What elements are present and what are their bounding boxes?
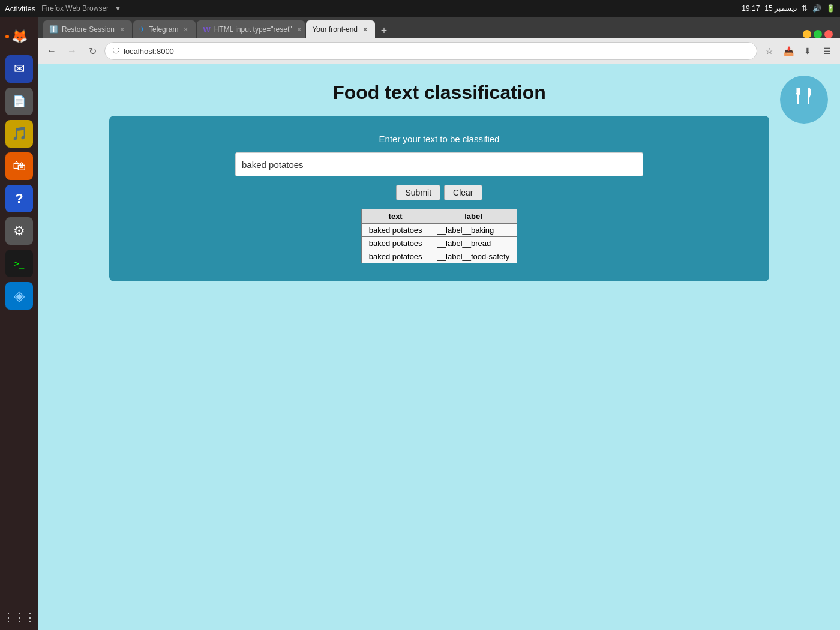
- form-label: Enter your text to be classified: [379, 134, 500, 144]
- activities-label[interactable]: Activities: [5, 4, 35, 13]
- page-title: Food text classification: [332, 82, 546, 104]
- vscode-icon[interactable]: ◈: [5, 282, 33, 310]
- topbar-dropdown-icon[interactable]: ▼: [115, 5, 121, 12]
- submit-button[interactable]: Submit: [396, 185, 440, 200]
- firefox-icon[interactable]: 🦊: [5, 23, 33, 50]
- svg-rect-3: [796, 93, 800, 94]
- appstore-icon[interactable]: 🛍: [5, 152, 33, 180]
- svg-rect-0: [797, 88, 799, 104]
- tab-html-close[interactable]: ✕: [295, 26, 303, 34]
- os-sidebar: 🦊 ✉ 📄 🎵 🛍 ? ⚙ >_ ◈ ⋮⋮⋮: [0, 17, 38, 630]
- address-bar[interactable]: 🛡 localhost:8000: [104, 42, 757, 60]
- tab-telegram-label: Telegram: [149, 25, 178, 34]
- close-button[interactable]: [824, 30, 833, 38]
- table-cell: baked potatoes: [361, 224, 430, 237]
- table-row: baked potatoes__label__food-safety: [361, 250, 517, 263]
- table-cell: baked potatoes: [361, 237, 430, 250]
- tab-frontend-label: Your front-end: [312, 25, 358, 34]
- grid-icon[interactable]: ⋮⋮⋮: [3, 611, 35, 624]
- tab-html-label: HTML input type="reset": [214, 25, 292, 34]
- svg-rect-4: [808, 88, 809, 104]
- col-header-label: label: [430, 209, 517, 224]
- sidebar-firefox-wrap: 🦊: [5, 23, 33, 50]
- food-icon: [780, 76, 828, 124]
- topbar-time: 19:17: [742, 4, 760, 13]
- table-cell: baked potatoes: [361, 250, 430, 263]
- topbar-battery-icon: 🔋: [826, 4, 835, 13]
- nav-bar: ← → ↻ 🛡 localhost:8000 ☆ 📥 ⬇ ☰: [38, 38, 840, 64]
- browser-chrome: ℹ️ Restore Session ✕ ✈ Telegram ✕ W HTML…: [38, 17, 840, 64]
- table-cell: __label__food-safety: [430, 250, 517, 263]
- mail-icon[interactable]: ✉: [5, 55, 33, 83]
- minimize-button[interactable]: [803, 30, 811, 38]
- form-buttons: Submit Clear: [396, 185, 482, 200]
- results-table: text label baked potatoes__label__baking…: [361, 209, 518, 263]
- menu-icon[interactable]: ☰: [818, 43, 835, 59]
- tab-telegram-close[interactable]: ✕: [182, 26, 190, 34]
- back-button[interactable]: ←: [43, 43, 60, 59]
- help-icon[interactable]: ?: [5, 185, 33, 212]
- tab-html-input[interactable]: W HTML input type="reset" ✕: [197, 20, 305, 38]
- nav-actions: ☆ 📥 ⬇ ☰: [761, 43, 835, 59]
- maximize-button[interactable]: [814, 30, 822, 38]
- tab-html-icon: W: [203, 25, 210, 34]
- settings-icon[interactable]: ⚙: [5, 217, 33, 245]
- security-icon: 🛡: [112, 47, 120, 56]
- tab-restore-icon: ℹ️: [49, 25, 58, 34]
- tab-telegram[interactable]: ✈ Telegram ✕: [133, 20, 196, 38]
- tab-telegram-icon: ✈: [139, 25, 145, 34]
- download-icon[interactable]: ⬇: [799, 43, 816, 59]
- tab-restore-close[interactable]: ✕: [118, 26, 126, 34]
- tab-restore-label: Restore Session: [62, 25, 115, 34]
- sidebar-bottom: ⋮⋮⋮: [3, 611, 35, 624]
- os-topbar: Activities Firefox Web Browser ▼ 19:17 1…: [0, 0, 840, 17]
- reload-button[interactable]: ↻: [84, 43, 101, 59]
- tab-bar: ℹ️ Restore Session ✕ ✈ Telegram ✕ W HTML…: [38, 17, 840, 38]
- main-content: Food text classification Enter your text…: [38, 64, 840, 281]
- browser-content: Food text classification Enter your text…: [38, 64, 840, 630]
- table-cell: __label__bread: [430, 237, 517, 250]
- tab-frontend-close[interactable]: ✕: [361, 26, 369, 34]
- music-icon[interactable]: 🎵: [5, 120, 33, 148]
- topbar-volume-icon[interactable]: 🔊: [812, 4, 821, 13]
- table-row: baked potatoes__label__baking: [361, 224, 517, 237]
- table-row: baked potatoes__label__bread: [361, 237, 517, 250]
- col-header-text: text: [361, 209, 430, 224]
- clear-button[interactable]: Clear: [444, 185, 482, 200]
- browser-window: ℹ️ Restore Session ✕ ✈ Telegram ✕ W HTML…: [38, 17, 840, 630]
- new-tab-button[interactable]: +: [376, 23, 392, 38]
- text-classification-input[interactable]: [235, 152, 643, 176]
- topbar-network-icon: ⇅: [802, 4, 808, 13]
- browser-name-label: Firefox Web Browser: [41, 4, 109, 13]
- tab-restore-session[interactable]: ℹ️ Restore Session ✕: [43, 20, 132, 38]
- form-container: Enter your text to be classified Submit …: [109, 116, 769, 281]
- table-cell: __label__baking: [430, 224, 517, 237]
- forward-button[interactable]: →: [64, 43, 80, 59]
- tab-frontend[interactable]: Your front-end ✕: [306, 20, 375, 38]
- files-icon[interactable]: 📄: [5, 88, 33, 115]
- address-url: localhost:8000: [124, 47, 174, 56]
- bookmark-icon[interactable]: ☆: [761, 43, 778, 59]
- topbar-date: 15 دیسمبر: [764, 4, 797, 13]
- pocket-icon[interactable]: 📥: [780, 43, 797, 59]
- terminal-icon[interactable]: >_: [5, 250, 33, 277]
